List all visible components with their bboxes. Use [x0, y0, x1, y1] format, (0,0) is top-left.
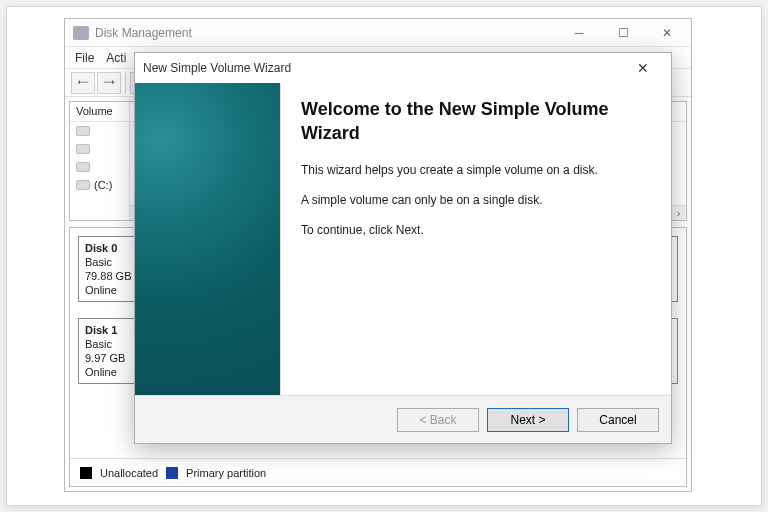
col-volume[interactable]: Volume: [70, 102, 129, 122]
menu-action[interactable]: Acti: [106, 51, 126, 65]
drive-icon: [76, 144, 90, 154]
wizard-text: To continue, click Next.: [301, 223, 651, 237]
drive-icon: [76, 180, 90, 190]
nav-back-button[interactable]: ⭠: [71, 72, 95, 94]
disk-size: 9.97 GB: [85, 352, 125, 364]
wizard-banner-graphic: [135, 83, 281, 395]
wizard-heading: Welcome to the New Simple Volume Wizard: [301, 97, 621, 145]
dm-title: Disk Management: [95, 26, 557, 40]
wizard-footer: < Back Next > Cancel: [135, 395, 671, 443]
legend-unallocated: Unallocated: [100, 467, 158, 479]
swatch-primary-icon: [166, 467, 178, 479]
volume-row[interactable]: (C:): [70, 176, 129, 194]
back-button: < Back: [397, 408, 479, 432]
legend-primary: Primary partition: [186, 467, 266, 479]
cancel-button[interactable]: Cancel: [577, 408, 659, 432]
new-volume-wizard: New Simple Volume Wizard ✕ Welcome to th…: [134, 52, 672, 444]
toolbar-separator: [125, 73, 126, 93]
disk-size: 79.88 GB: [85, 270, 131, 282]
legend: Unallocated Primary partition: [70, 458, 686, 486]
volume-row[interactable]: [70, 122, 129, 140]
next-button[interactable]: Next >: [487, 408, 569, 432]
disk-name: Disk 1: [85, 324, 117, 336]
wizard-content: Welcome to the New Simple Volume Wizard …: [281, 83, 671, 395]
drive-icon: [76, 126, 90, 136]
disk-type: Basic: [85, 338, 112, 350]
volume-row[interactable]: [70, 140, 129, 158]
scroll-right-icon[interactable]: ›: [671, 207, 686, 219]
dm-titlebar: Disk Management ─ ☐ ✕: [65, 19, 691, 47]
disk-mgmt-icon: [73, 26, 89, 40]
minimize-button[interactable]: ─: [557, 19, 601, 47]
disk-status: Online: [85, 366, 117, 378]
swatch-unallocated-icon: [80, 467, 92, 479]
menu-file[interactable]: File: [75, 51, 94, 65]
drive-icon: [76, 162, 90, 172]
wizard-text: This wizard helps you create a simple vo…: [301, 163, 651, 177]
maximize-button[interactable]: ☐: [601, 19, 645, 47]
wizard-titlebar: New Simple Volume Wizard ✕: [135, 53, 671, 83]
disk-status: Online: [85, 284, 117, 296]
disk-name: Disk 0: [85, 242, 117, 254]
volume-row[interactable]: [70, 158, 129, 176]
wizard-title: New Simple Volume Wizard: [143, 61, 623, 75]
disk-type: Basic: [85, 256, 112, 268]
wizard-close-button[interactable]: ✕: [623, 55, 663, 81]
wizard-text: A simple volume can only be on a single …: [301, 193, 651, 207]
close-button[interactable]: ✕: [645, 19, 689, 47]
nav-forward-button[interactable]: ⭢: [97, 72, 121, 94]
